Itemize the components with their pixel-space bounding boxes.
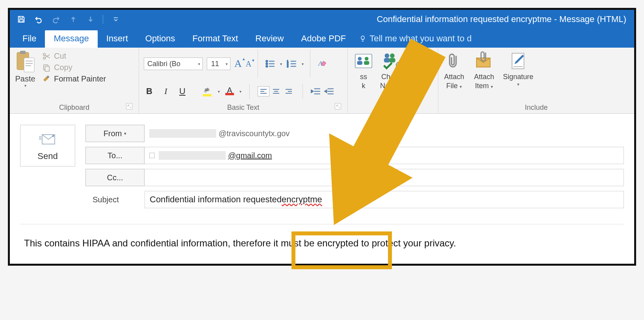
svg-text:ab: ab <box>205 87 210 92</box>
clear-formatting-button[interactable]: A <box>317 58 328 69</box>
send-button[interactable]: Send <box>20 125 75 166</box>
font-name-value: Calibri (Bo <box>147 60 180 68</box>
tab-message[interactable]: Message <box>45 30 97 48</box>
bold-button[interactable]: B <box>144 86 155 96</box>
shrink-font-button[interactable]: A▾ <box>246 59 251 68</box>
next-item-icon[interactable] <box>86 15 95 24</box>
basic-text-group-label: Basic Text <box>227 104 260 111</box>
include-group-label: Include <box>525 104 547 111</box>
signature-icon <box>507 50 529 72</box>
format-painter-label: Format Painter <box>54 74 106 83</box>
numbering-button[interactable]: 1 2 3 <box>286 58 298 69</box>
font-size-select[interactable]: 11 ▾ <box>207 57 230 70</box>
svg-point-14 <box>266 63 267 65</box>
svg-point-16 <box>266 65 267 67</box>
attach-item-icon <box>473 50 495 72</box>
paintbrush-icon <box>42 75 51 83</box>
send-envelope-icon <box>39 133 56 146</box>
decrease-indent-button[interactable] <box>311 87 321 96</box>
paste-button[interactable]: Paste ▾ <box>15 50 39 88</box>
clipboard-group-label: Clipboard <box>59 104 89 111</box>
from-button[interactable]: From▾ <box>85 125 145 142</box>
from-label: From <box>104 129 122 138</box>
font-name-select[interactable]: Calibri (Bo ▾ <box>144 57 203 70</box>
quick-access-toolbar <box>15 15 118 24</box>
to-suffix: @gmail.com <box>228 151 272 160</box>
tab-adobe-pdf[interactable]: Adobe PDF <box>292 30 354 48</box>
copy-icon <box>42 63 51 72</box>
ribbon-body: Paste ▾ Cut <box>10 48 634 114</box>
to-button[interactable]: To... <box>85 147 145 164</box>
svg-rect-10 <box>45 66 49 71</box>
redo-icon[interactable] <box>52 15 60 24</box>
subject-text-pre: Confidential information requested <box>150 194 282 205</box>
tab-options[interactable]: Options <box>137 30 184 48</box>
svg-rect-0 <box>19 20 23 22</box>
svg-marker-38 <box>311 90 313 93</box>
message-body[interactable]: This contains HIPAA and confidential inf… <box>20 224 624 260</box>
cut-label: Cut <box>54 52 66 61</box>
send-label: Send <box>37 151 58 161</box>
italic-button[interactable]: I <box>160 86 171 96</box>
align-left-button[interactable] <box>258 86 269 96</box>
svg-rect-60 <box>350 39 445 172</box>
highlight-color-button[interactable]: ab <box>202 86 212 96</box>
svg-rect-57 <box>52 135 54 137</box>
font-size-value: 11 <box>211 60 219 68</box>
format-painter-button[interactable]: Format Painter <box>42 74 106 83</box>
svg-point-12 <box>266 60 267 62</box>
tab-insert[interactable]: Insert <box>98 30 137 48</box>
tab-file[interactable]: File <box>14 30 45 48</box>
scissors-icon <box>42 52 51 61</box>
cc-button[interactable]: Cc... <box>85 169 145 186</box>
subject-label-cell: Subject <box>85 191 145 208</box>
save-icon[interactable] <box>17 15 26 24</box>
svg-text:3: 3 <box>287 65 288 68</box>
outlook-compose-window: Confidential information requested encry… <box>8 8 636 266</box>
group-basic-text: Calibri (Bo ▾ 11 ▾ A▴ A▾ <box>139 48 348 113</box>
underline-button[interactable]: U <box>177 86 188 96</box>
previous-item-icon[interactable] <box>69 15 78 24</box>
copy-label: Copy <box>54 63 72 72</box>
ribbon-tabs: File Message Insert Options Format Text … <box>10 29 634 48</box>
group-clipboard: Paste ▾ Cut <box>10 48 139 113</box>
svg-rect-2 <box>20 51 26 54</box>
redacted-from <box>149 129 216 138</box>
clipboard-dialog-launcher[interactable] <box>126 103 132 109</box>
recipient-presence-icon <box>149 153 155 158</box>
copy-button[interactable]: Copy <box>42 63 106 72</box>
align-center-button[interactable] <box>270 86 282 96</box>
bullets-button[interactable] <box>264 58 276 69</box>
from-suffix: @traviscountytx.gov <box>219 129 290 138</box>
redacted-to <box>159 151 226 160</box>
align-right-button[interactable] <box>283 86 295 96</box>
subject-label: Subject <box>93 195 119 204</box>
titlebar: Confidential information requested encry… <box>10 10 634 29</box>
customize-qat-caret[interactable] <box>113 17 118 22</box>
tab-review[interactable]: Review <box>247 30 292 48</box>
cc-label: Cc... <box>107 173 123 182</box>
undo-icon[interactable] <box>34 15 43 24</box>
to-label: To... <box>108 151 122 160</box>
svg-rect-3 <box>24 58 34 72</box>
font-color-button[interactable]: A <box>225 87 234 95</box>
grow-font-button[interactable]: A▴ <box>234 58 242 70</box>
svg-marker-42 <box>325 90 327 93</box>
signature-button[interactable]: Signature ▾ <box>503 50 533 87</box>
tab-format-text[interactable]: Format Text <box>184 30 247 48</box>
paste-label: Paste <box>15 74 35 83</box>
cut-button[interactable]: Cut <box>42 52 106 61</box>
